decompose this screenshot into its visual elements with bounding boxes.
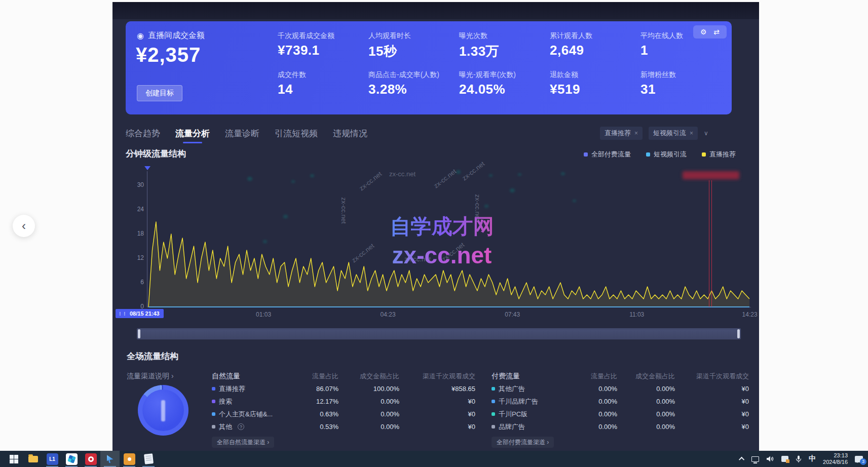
metric-value: 2,649 [550, 43, 640, 58]
taskbar: L1 中 23:13 2024/8/16 [0, 451, 868, 467]
clock[interactable]: 23:13 2024/8/16 [823, 452, 848, 465]
natural-row-0-label: 直播推荐 [212, 382, 292, 395]
paid-row-0-label: 其他广告 [492, 382, 568, 395]
red-circle-icon [85, 453, 97, 465]
summary-title: 直播间成交金额 [148, 30, 205, 41]
tab-违规情况[interactable]: 违规情况 [333, 128, 367, 143]
all-paid-channels-link[interactable]: 全部付费流量渠道 › [492, 437, 554, 448]
red-marker-annotation [683, 171, 739, 179]
notification-icon[interactable]: 3 [855, 456, 863, 462]
y-tick-18: 18 [127, 230, 144, 237]
paid-header-0: 付费流量 [492, 370, 568, 382]
natural-traffic-table: 自然流量流量占比成交金额占比渠道千次观看成交直播推荐86.07%100.00%¥… [212, 370, 475, 433]
artifact-dot-3 [310, 174, 314, 177]
metric-6: 商品点击-成交率(人数)3.28% [368, 70, 459, 97]
create-goal-button[interactable]: 创建目标 [137, 85, 182, 101]
row-label-text: 其他广告 [499, 384, 525, 394]
y-tick-12: 12 [127, 254, 144, 261]
metric-value: 1.33万 [459, 43, 550, 60]
artifact-dot-11 [489, 174, 493, 177]
cursor-icon [107, 455, 114, 463]
notification-badge: 3 [860, 458, 866, 465]
tab-流量诊断[interactable]: 流量诊断 [225, 128, 259, 143]
metric-0: 千次观看成交金额¥739.1 [278, 31, 368, 60]
notepad-icon [144, 453, 154, 464]
folder-icon [28, 456, 38, 462]
taskbar-notepad[interactable] [139, 451, 158, 467]
input-settings-icon[interactable] [781, 456, 788, 462]
red-marker-line-1 [711, 180, 712, 307]
paid-row-3-label: 品牌广告 [492, 420, 568, 433]
x-tick-07:43: 07:43 [505, 311, 520, 318]
tray-expand-icon[interactable] [740, 457, 744, 461]
paid-row-0-per-k: ¥0 [675, 382, 749, 395]
x-tick-01:03: 01:03 [256, 311, 271, 318]
metric-2: 曝光次数1.33万 [459, 31, 550, 60]
row-label-text: 千川品牌广告 [499, 397, 538, 406]
metric-label: 人均观看时长 [368, 31, 459, 41]
taskbar-app-l1[interactable]: L1 [43, 451, 62, 467]
tab-流量分析[interactable]: 流量分析 [175, 128, 210, 143]
pinwheel-icon [66, 453, 78, 465]
slider-selected-range[interactable] [140, 329, 738, 338]
legend-item-全部付费流量[interactable]: 全部付费流量 [584, 150, 631, 159]
row-label-text: 品牌广告 [499, 422, 525, 432]
traffic-channel-help-link[interactable]: 流量渠道说明 › [127, 372, 174, 381]
taskbar-file-explorer[interactable] [23, 451, 43, 467]
natural-header-1: 流量占比 [292, 370, 338, 382]
tab-引流短视频[interactable]: 引流短视频 [275, 128, 318, 143]
tag-close-icon[interactable]: × [634, 130, 638, 137]
filter-dropdown-chevron-icon[interactable]: ∨ [704, 130, 708, 137]
chart-range-slider[interactable] [137, 328, 741, 339]
ime-indicator[interactable]: 中 [809, 454, 816, 463]
taskbar-app-pinwheel[interactable] [62, 451, 81, 467]
window-top-bar [112, 2, 759, 19]
natural-row-1-share: 12.17% [292, 395, 338, 408]
target-icon: ◉ [137, 31, 144, 41]
y-tick-24: 24 [127, 206, 144, 213]
taskbar-app-orange[interactable] [120, 451, 139, 467]
volume-icon[interactable] [766, 455, 774, 462]
paid-row-1-share: 0.00% [568, 395, 617, 408]
tab-综合趋势[interactable]: 综合趋势 [126, 128, 160, 143]
taskbar-app-red-circle[interactable] [81, 451, 100, 467]
taskbar-start[interactable] [4, 451, 23, 467]
clock-date: 2024/8/16 [823, 459, 848, 465]
slider-handle-right[interactable] [737, 329, 740, 338]
filter-tag-label: 直播推荐 [605, 129, 631, 138]
paid-header-1: 流量占比 [568, 370, 617, 382]
network-icon[interactable] [751, 456, 759, 462]
taskbar-app-browser-cursor[interactable] [100, 451, 120, 467]
back-button[interactable]: ‹ [13, 215, 35, 237]
metric-8: 退款金额¥519 [550, 70, 640, 97]
time-range-start-badge[interactable]: ⋮⋮ 08/15 21:43 [116, 309, 164, 318]
row-dot [212, 412, 215, 416]
legend-item-短视频引流[interactable]: 短视频引流 [646, 150, 687, 159]
legend-dot [702, 152, 706, 157]
slider-handle-left[interactable] [138, 329, 140, 338]
legend-item-直播推荐[interactable]: 直播推荐 [702, 150, 736, 159]
natural-row-3-label: 其他? [212, 420, 292, 433]
axis-top-marker [144, 166, 150, 170]
paid-row-1-label: 千川品牌广告 [492, 395, 568, 408]
metric-value: 1 [640, 43, 731, 58]
metric-label: 曝光-观看率(次数) [459, 70, 550, 80]
metric-value: ¥519 [550, 82, 640, 97]
traffic-section-title: 全场流量结构 [127, 351, 178, 362]
clock-time: 23:13 [823, 452, 848, 459]
minute-traffic-chart[interactable]: ⋮⋮ 08/15 21:43 302418126001:0304:2307:43… [124, 160, 754, 323]
summary-card: ◉ 直播间成交金额 ¥2,357 创建目标 ⚙ ⇄ 千次观看成交金额¥739.1… [126, 21, 732, 114]
filter-tag-短视频引流[interactable]: 短视频引流× [649, 127, 698, 140]
metric-label: 商品点击-成交率(人数) [368, 70, 459, 80]
all-natural-channels-link[interactable]: 全部自然流量渠道 › [212, 437, 274, 448]
natural-header-3: 渠道千次观看成交 [399, 370, 475, 382]
metric-4: 平均在线人数1 [640, 31, 731, 60]
microphone-icon[interactable] [796, 455, 802, 463]
metric-label: 新增粉丝数 [640, 70, 731, 80]
info-icon[interactable]: ? [238, 423, 244, 430]
filter-tag-直播推荐[interactable]: 直播推荐× [600, 127, 643, 140]
windows-logo-icon [10, 455, 18, 463]
tag-close-icon[interactable]: × [690, 130, 693, 137]
summary-card-header: ◉ 直播间成交金额 [137, 30, 205, 41]
legend-label: 直播推荐 [709, 150, 736, 159]
